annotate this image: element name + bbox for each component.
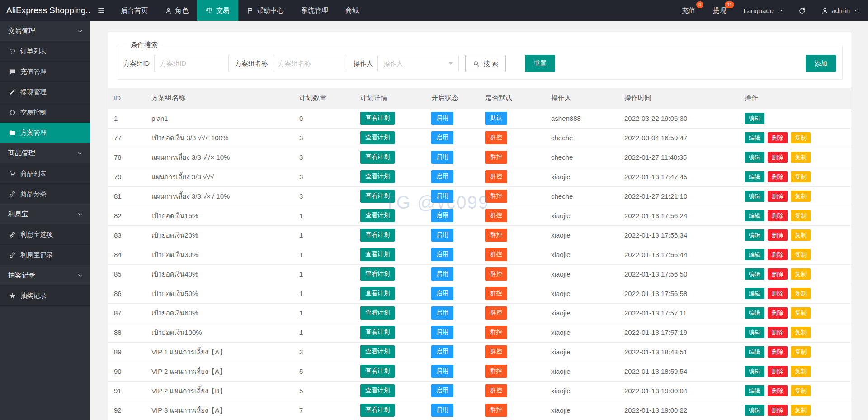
delete-button[interactable]: 删除 xyxy=(768,405,788,416)
edit-button[interactable]: 编辑 xyxy=(745,307,764,319)
sidebar-item-trade-group[interactable]: 交易管理 xyxy=(0,21,90,41)
delete-button[interactable]: 删除 xyxy=(768,191,788,202)
status-enabled-button[interactable]: 启用 xyxy=(431,248,453,261)
copy-button[interactable]: 复制 xyxy=(791,229,811,241)
sidebar-item-lottery-group[interactable]: 抽奖记录 xyxy=(0,265,90,286)
nav-tab-help[interactable]: 帮助中心 xyxy=(238,0,292,21)
status-enabled-button[interactable]: 启用 xyxy=(431,170,453,183)
status-enabled-button[interactable]: 启用 xyxy=(431,326,453,339)
reset-button[interactable]: 重置 xyxy=(525,55,555,72)
edit-button[interactable]: 编辑 xyxy=(745,385,764,397)
edit-button[interactable]: 编辑 xyxy=(745,191,764,202)
view-plan-button[interactable]: 查看计划 xyxy=(360,306,395,319)
group-control-badge[interactable]: 群控 xyxy=(485,345,507,358)
copy-button[interactable]: 复制 xyxy=(791,171,811,183)
group-control-badge[interactable]: 群控 xyxy=(485,190,507,202)
edit-button[interactable]: 编辑 xyxy=(745,327,764,339)
status-enabled-button[interactable]: 启用 xyxy=(431,131,453,144)
refresh-button[interactable] xyxy=(792,0,813,21)
user-menu[interactable]: admin xyxy=(813,0,868,21)
view-plan-button[interactable]: 查看计划 xyxy=(360,209,395,222)
plan-group-id-input[interactable] xyxy=(154,55,229,72)
search-button[interactable]: 搜 索 xyxy=(465,55,506,72)
status-enabled-button[interactable]: 启用 xyxy=(431,112,453,124)
delete-button[interactable]: 删除 xyxy=(768,327,788,339)
edit-button[interactable]: 编辑 xyxy=(745,210,764,222)
sidebar-item-plan-manage[interactable]: 方案管理 xyxy=(0,123,90,143)
view-plan-button[interactable]: 查看计划 xyxy=(360,345,395,358)
copy-button[interactable]: 复制 xyxy=(791,307,811,319)
add-button[interactable]: 添加 xyxy=(806,55,836,72)
edit-button[interactable]: 编辑 xyxy=(745,229,764,241)
edit-button[interactable]: 编辑 xyxy=(745,152,764,163)
copy-button[interactable]: 复制 xyxy=(791,210,811,222)
sidebar-item-trade-control[interactable]: 交易控制 xyxy=(0,102,90,123)
sidebar-item-withdraw-manage[interactable]: 提现管理 xyxy=(0,82,90,102)
copy-button[interactable]: 复制 xyxy=(791,405,811,416)
group-control-badge[interactable]: 群控 xyxy=(485,170,507,183)
status-enabled-button[interactable]: 启用 xyxy=(431,345,453,358)
sidebar-item-goods-category[interactable]: 商品分类 xyxy=(0,184,90,204)
delete-button[interactable]: 删除 xyxy=(768,385,788,397)
language-dropdown[interactable]: Language xyxy=(735,0,792,21)
operator-select[interactable]: 操作人 xyxy=(377,55,459,72)
delete-button[interactable]: 删除 xyxy=(768,346,788,358)
copy-button[interactable]: 复制 xyxy=(791,132,811,144)
recharge-link[interactable]: 充值 0 xyxy=(673,0,704,21)
group-control-badge[interactable]: 群控 xyxy=(485,151,507,163)
view-plan-button[interactable]: 查看计划 xyxy=(360,326,395,339)
edit-button[interactable]: 编辑 xyxy=(745,366,764,377)
delete-button[interactable]: 删除 xyxy=(768,249,788,261)
delete-button[interactable]: 删除 xyxy=(768,288,788,300)
edit-button[interactable]: 编辑 xyxy=(745,288,764,300)
delete-button[interactable]: 删除 xyxy=(768,132,788,144)
view-plan-button[interactable]: 查看计划 xyxy=(360,267,395,280)
delete-button[interactable]: 删除 xyxy=(768,171,788,183)
copy-button[interactable]: 复制 xyxy=(791,327,811,339)
delete-button[interactable]: 删除 xyxy=(768,152,788,163)
view-plan-button[interactable]: 查看计划 xyxy=(360,384,395,397)
view-plan-button[interactable]: 查看计划 xyxy=(360,404,395,416)
sidebar-item-order-list[interactable]: 订单列表 xyxy=(0,41,90,62)
view-plan-button[interactable]: 查看计划 xyxy=(360,170,395,183)
view-plan-button[interactable]: 查看计划 xyxy=(360,248,395,261)
status-enabled-button[interactable]: 启用 xyxy=(431,190,453,202)
edit-button[interactable]: 编辑 xyxy=(745,113,764,124)
group-control-badge[interactable]: 群控 xyxy=(485,404,507,416)
sidebar-item-interest-options[interactable]: 利息宝选项 xyxy=(0,224,90,245)
sidebar-item-lottery-records[interactable]: 抽奖记录 xyxy=(0,286,90,306)
edit-button[interactable]: 编辑 xyxy=(745,171,764,183)
copy-button[interactable]: 复制 xyxy=(791,268,811,280)
group-control-badge[interactable]: 群控 xyxy=(485,326,507,339)
status-enabled-button[interactable]: 启用 xyxy=(431,209,453,222)
edit-button[interactable]: 编辑 xyxy=(745,346,764,358)
copy-button[interactable]: 复制 xyxy=(791,385,811,397)
sidebar-item-interest-group[interactable]: 利息宝 xyxy=(0,204,90,224)
group-control-badge[interactable]: 群控 xyxy=(485,365,507,377)
status-enabled-button[interactable]: 启用 xyxy=(431,365,453,377)
group-control-badge[interactable]: 群控 xyxy=(485,209,507,222)
nav-tab-mall[interactable]: 商城 xyxy=(337,0,368,21)
group-control-badge[interactable]: 群控 xyxy=(485,229,507,241)
view-plan-button[interactable]: 查看计划 xyxy=(360,151,395,163)
view-plan-button[interactable]: 查看计划 xyxy=(360,287,395,300)
group-control-badge[interactable]: 群控 xyxy=(485,306,507,319)
edit-button[interactable]: 编辑 xyxy=(745,268,764,280)
status-enabled-button[interactable]: 启用 xyxy=(431,267,453,280)
view-plan-button[interactable]: 查看计划 xyxy=(360,112,395,124)
group-control-badge[interactable]: 群控 xyxy=(485,248,507,261)
sidebar-item-goods-list[interactable]: 商品列表 xyxy=(0,163,90,184)
collapse-sidebar-button[interactable] xyxy=(90,0,112,21)
delete-button[interactable]: 删除 xyxy=(768,210,788,222)
sidebar-item-recharge-manage[interactable]: 充值管理 xyxy=(0,62,90,82)
nav-tab-system[interactable]: 系统管理 xyxy=(292,0,337,21)
status-enabled-button[interactable]: 启用 xyxy=(431,229,453,241)
group-control-badge[interactable]: 群控 xyxy=(485,384,507,397)
sidebar-item-interest-records[interactable]: 利息宝记录 xyxy=(0,245,90,265)
nav-tab-dashboard[interactable]: 后台首页 xyxy=(112,0,156,21)
status-enabled-button[interactable]: 启用 xyxy=(431,306,453,319)
copy-button[interactable]: 复制 xyxy=(791,249,811,261)
group-control-badge[interactable]: 群控 xyxy=(485,131,507,144)
view-plan-button[interactable]: 查看计划 xyxy=(360,229,395,241)
delete-button[interactable]: 删除 xyxy=(768,307,788,319)
